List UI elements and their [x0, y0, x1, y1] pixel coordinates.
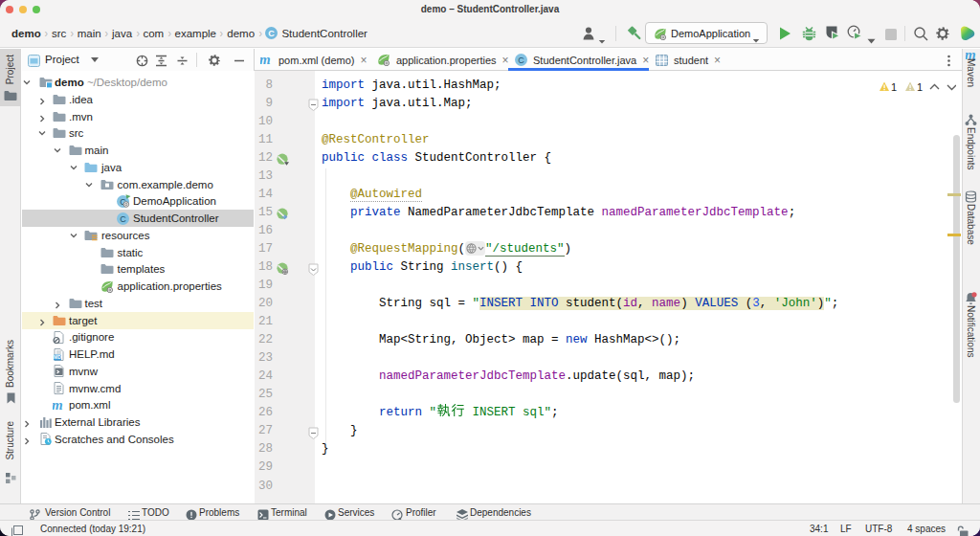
- svg-text:m: m: [260, 55, 271, 65]
- svg-text:C: C: [269, 29, 276, 38]
- svg-text:1: 1: [917, 81, 923, 93]
- svg-text:C: C: [120, 213, 126, 223]
- svg-text:m: m: [53, 400, 63, 411]
- svg-text:MD: MD: [54, 354, 61, 360]
- svg-text:1: 1: [891, 81, 897, 93]
- svg-text:C: C: [518, 56, 524, 65]
